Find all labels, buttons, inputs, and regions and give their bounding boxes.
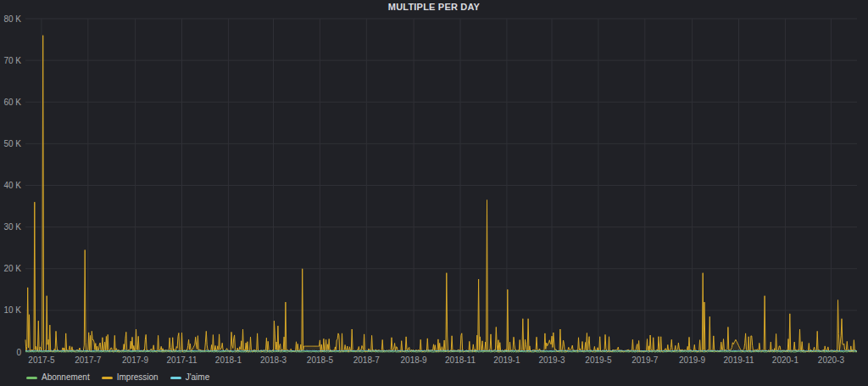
x-tick-label: 2018-11 <box>445 355 476 365</box>
legend-label[interactable]: Impression <box>117 373 159 382</box>
impression-series-dash-icon <box>102 377 113 379</box>
legend-item-abonnement[interactable]: Abonnement <box>26 373 90 382</box>
y-tick-label: 0 <box>16 348 21 357</box>
legend-label[interactable]: Abonnement <box>42 373 90 382</box>
x-tick-label: 2020-3 <box>818 355 845 365</box>
chart-legend: Abonnement Impression J'aime <box>26 372 209 383</box>
y-tick-label: 20 K <box>3 264 21 273</box>
y-tick-label: 10 K <box>3 305 21 315</box>
x-tick-label: 2017-7 <box>75 355 102 365</box>
x-tick-label: 2019-11 <box>724 355 754 365</box>
x-tick-label: 2019-1 <box>493 355 520 365</box>
grafana-panel: MULTIPLE PER DAY 010 K20 K30 K40 K50 K60… <box>0 0 868 386</box>
panel-title: MULTIPLE PER DAY <box>0 2 868 12</box>
axis-labels: 010 K20 K30 K40 K50 K60 K70 K80 K2017-52… <box>3 14 844 366</box>
series-abonnement-line <box>25 351 857 352</box>
x-tick-label: 2018-3 <box>260 355 287 365</box>
chart-canvas: 010 K20 K30 K40 K50 K60 K70 K80 K2017-52… <box>0 0 868 386</box>
x-tick-label: 2017-11 <box>167 355 198 365</box>
x-tick-label: 2019-9 <box>679 355 706 365</box>
legend-item-impression[interactable]: Impression <box>102 373 159 382</box>
x-tick-label: 2020-1 <box>772 355 799 365</box>
x-tick-label: 2018-7 <box>353 355 381 365</box>
jaime-series-dash-icon <box>170 377 181 379</box>
x-tick-label: 2018-1 <box>215 355 242 365</box>
x-tick-label: 2018-9 <box>401 355 428 365</box>
x-tick-label: 2017-9 <box>122 355 149 365</box>
grid-lines <box>25 19 857 352</box>
x-tick-label: 2019-7 <box>632 355 659 365</box>
y-tick-label: 50 K <box>3 139 21 148</box>
series-impression-fill <box>25 36 857 352</box>
x-tick-label: 2017-5 <box>28 355 55 365</box>
legend-label[interactable]: J'aime <box>186 373 210 382</box>
y-tick-label: 40 K <box>3 181 21 190</box>
legend-item-jaime[interactable]: J'aime <box>170 373 210 382</box>
series-impression-line <box>25 36 857 352</box>
y-tick-label: 30 K <box>3 222 21 232</box>
x-tick-label: 2019-5 <box>585 355 612 365</box>
y-tick-label: 80 K <box>3 14 21 24</box>
y-tick-label: 60 K <box>3 98 21 107</box>
y-tick-label: 70 K <box>3 56 21 65</box>
x-tick-label: 2018-5 <box>307 355 334 365</box>
abonnement-series-dash-icon <box>26 377 37 379</box>
x-tick-label: 2019-3 <box>538 355 565 365</box>
